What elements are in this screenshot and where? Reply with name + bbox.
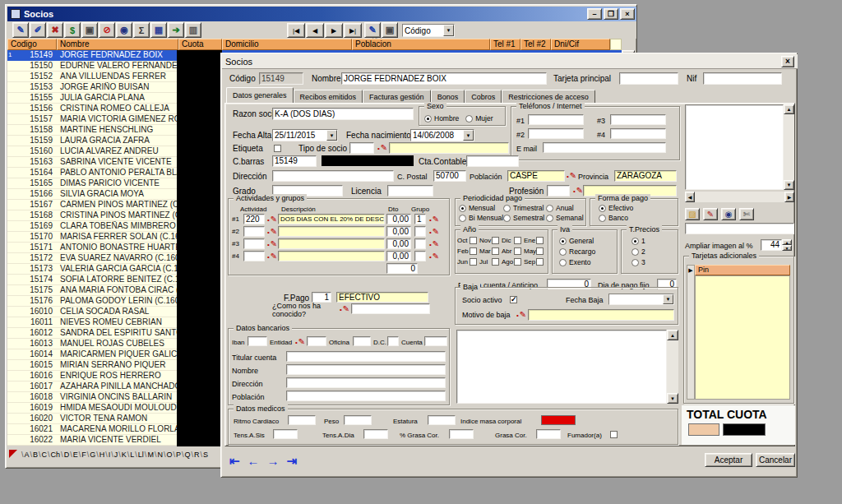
scroll-up-icon[interactable]: ▲ (667, 330, 678, 340)
month-checkbox[interactable]: Jun (457, 258, 479, 266)
nif-field[interactable] (703, 72, 782, 85)
delete-record-button[interactable]: ✖ (47, 22, 63, 38)
nav-prev-button[interactable]: ◀ (306, 23, 324, 38)
tprecios-radio[interactable]: 1 (632, 237, 668, 245)
tdia-field[interactable] (363, 429, 388, 439)
month-checkbox[interactable]: Jul (479, 258, 502, 266)
chevron-down-icon[interactable]: ▼ (663, 294, 673, 304)
maximize-button[interactable]: ❐ (604, 8, 618, 20)
email-field[interactable] (543, 142, 666, 153)
conocido-field[interactable] (351, 303, 430, 314)
dialog-titlebar[interactable]: Socios × (222, 54, 798, 69)
actividad-grupo-field[interactable] (414, 238, 426, 249)
spin-up-icon[interactable]: ▲ (782, 239, 792, 245)
tprecios-radio[interactable]: 2 (632, 247, 668, 256)
alphabet-tab[interactable]: \S (200, 451, 209, 459)
payments-button[interactable]: $ (64, 22, 81, 38)
alphabet-tab[interactable]: \H (95, 451, 104, 459)
provincia-field[interactable]: ZARAGOZA (614, 170, 677, 182)
minimize-button[interactable]: – (587, 8, 602, 20)
alphabet-tab[interactable]: \J (110, 451, 118, 459)
direccion-field[interactable] (272, 170, 394, 182)
banco-poblacion-field[interactable] (286, 391, 446, 401)
forma-pago-radio[interactable]: Banco (599, 214, 669, 222)
alphabet-tab[interactable]: \Q (181, 451, 191, 459)
tarjeta-principal-field[interactable] (619, 72, 678, 85)
search-field-combo[interactable]: Código ▼ (402, 24, 455, 37)
poblacion-field[interactable]: CASPE (507, 170, 565, 182)
fpago-desc-field[interactable]: EFECTIVO (336, 292, 428, 303)
alphabet-tab[interactable]: \L (127, 451, 135, 459)
alphabet-tab[interactable]: \D (60, 451, 69, 459)
periodicidad-radio[interactable]: Bi Mensual (459, 214, 503, 222)
tab[interactable]: Facturas gestión (363, 90, 431, 103)
alphabet-tab[interactable]: \Ll (134, 451, 144, 459)
periodicidad-radio[interactable]: Semanal (546, 214, 582, 222)
profesion-field[interactable] (547, 185, 570, 197)
zoom-value-field[interactable]: 44 (761, 239, 782, 251)
record-prev-arrow[interactable]: ← (248, 455, 260, 468)
edit-pencil-icon[interactable]: ✎ (429, 228, 439, 237)
alphabet-tab[interactable]: \F (78, 451, 86, 459)
memo-vscrollbar[interactable]: ▲ ▼ (667, 330, 678, 404)
tel3-field[interactable] (610, 114, 666, 125)
record-last-arrow[interactable]: ⇥ (287, 455, 298, 468)
col-header-dnicif[interactable]: Dni/Cif (551, 39, 610, 50)
edit-image-button[interactable]: ✎ (703, 208, 718, 220)
edit-pencil-icon[interactable]: ✎ (267, 240, 277, 249)
col-header-cuota[interactable]: Cuota (178, 39, 222, 50)
dc-field[interactable] (387, 336, 399, 346)
nav-next-button[interactable]: ▶ (325, 23, 343, 38)
col-header-codigo[interactable]: Codigo (7, 39, 57, 50)
alphabet-tab[interactable]: \B (30, 451, 39, 459)
licencia-field[interactable] (387, 185, 433, 197)
fecha-baja-combo[interactable]: ▼ (608, 294, 674, 305)
edit-pencil-icon[interactable]: ✎ (573, 187, 583, 196)
notes-memo[interactable] (456, 330, 667, 404)
tab[interactable]: Datos generales (226, 87, 294, 103)
cta-contable-field[interactable] (466, 155, 519, 167)
col-header-domicilio[interactable]: Domicilio (222, 39, 352, 50)
iva-radio[interactable]: General (559, 237, 610, 245)
open-image-button[interactable]: ▨ (685, 208, 700, 220)
actividad-desc-field[interactable] (278, 226, 385, 237)
tab[interactable]: Recibos emitidos (294, 90, 363, 103)
socio-activo-checkbox[interactable] (510, 296, 517, 303)
chevron-down-icon[interactable]: ▼ (326, 130, 337, 141)
photo-vscrollbar[interactable]: ▲ ▼ (784, 104, 794, 190)
edit-pencil-icon[interactable]: ✎ (267, 215, 277, 224)
banco-direccion-field[interactable] (286, 377, 446, 388)
month-checkbox[interactable]: Abr (502, 247, 524, 255)
razon-social-field[interactable]: K-A (DOS DIAS) (272, 108, 414, 120)
image-path-field[interactable] (685, 223, 794, 234)
alphabet-tab[interactable]: \N (154, 451, 163, 459)
actividad-code-field[interactable] (243, 251, 265, 261)
edit-pencil-icon[interactable]: ✎ (377, 144, 387, 153)
col-header-tel2[interactable]: Tel #2 (520, 39, 551, 50)
month-checkbox[interactable]: Oct (457, 237, 479, 244)
close-button[interactable]: × (620, 8, 635, 20)
actividad-dto-field[interactable]: 0,00 (386, 226, 411, 237)
sum-button[interactable]: Σ (133, 22, 150, 38)
edit-pencil-icon[interactable]: ✎ (429, 252, 439, 261)
record-first-arrow[interactable]: ⇤ (229, 455, 240, 468)
scroll-up-icon[interactable]: ▲ (784, 104, 794, 114)
tab[interactable]: Cobros (465, 90, 502, 103)
periodicidad-radio[interactable]: Trimestral (503, 204, 546, 212)
tsis-field[interactable] (273, 429, 298, 439)
cut-image-button[interactable]: ✄ (739, 208, 754, 220)
actividad-grupo-field[interactable]: 1 (414, 214, 426, 224)
peso-field[interactable] (344, 415, 372, 425)
scroll-right-icon[interactable]: ▶ (784, 192, 794, 202)
nav-first-button[interactable]: |◀ (287, 23, 305, 38)
fecha-nacimiento-combo[interactable]: 14/06/2008▼ (410, 129, 474, 141)
tipo-socio-field[interactable] (349, 142, 374, 154)
tel4-field[interactable] (610, 128, 666, 139)
cbarras-field[interactable]: 15149 (272, 155, 317, 167)
actividad-dto-field[interactable]: 0,00 (386, 251, 411, 261)
fumador-checkbox[interactable] (610, 431, 618, 438)
actividad-desc-field[interactable]: DOS DIAS CON EL 20% DE DESC. (278, 214, 385, 224)
nombre-field[interactable]: JORGE FEDRNADEZ BOIX (341, 72, 547, 85)
cancelar-button[interactable]: Cancelar (756, 453, 795, 467)
tel1-field[interactable] (528, 114, 584, 125)
